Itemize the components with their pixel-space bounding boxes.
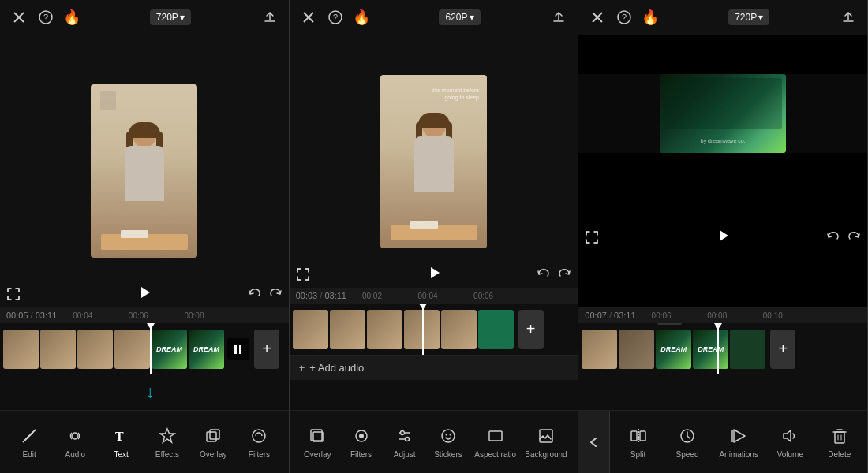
- panel3-clip-timestamp: 03:02: [657, 323, 682, 325]
- panel1-tool-overlay[interactable]: Overlay: [196, 425, 230, 459]
- panel1-thumb-4[interactable]: [114, 330, 150, 369]
- panel1-quality-selector[interactable]: 720P ▾: [150, 9, 191, 25]
- svg-marker-11: [160, 429, 174, 442]
- svg-point-28: [442, 430, 455, 442]
- panel1-thumb-dream-2[interactable]: DREAM: [189, 330, 224, 369]
- panel2-add-audio-bar[interactable]: + + Add audio: [290, 355, 578, 380]
- panel2-ruler: 00:03 / 03:11 00:02 00:04 00:06: [290, 288, 578, 304]
- panel1-expand-button[interactable]: [6, 287, 21, 301]
- panel1-duration: 03:11: [36, 311, 58, 320]
- panel1-timeline: 00:05 / 03:11 00:04 00:06 00:08 DREAM D: [0, 307, 289, 410]
- panel1-tool-text[interactable]: T Text: [104, 425, 139, 459]
- svg-point-30: [449, 434, 451, 436]
- panel3-quality-button[interactable]: 720P ▾: [728, 9, 769, 25]
- panel3-topbar-right: [839, 8, 858, 27]
- svg-rect-6: [239, 345, 241, 354]
- panel2-tool-adjust[interactable]: Adjust: [387, 425, 422, 459]
- panel2-expand-button[interactable]: [296, 267, 310, 281]
- panel2-upload-button[interactable]: [549, 8, 568, 27]
- panel2-thumb-1[interactable]: [293, 310, 328, 349]
- panel3-tool-volume[interactable]: Volume: [773, 425, 807, 459]
- panel3-play-button[interactable]: [714, 227, 731, 244]
- panel2-help-button[interactable]: ?: [326, 8, 345, 27]
- panel3-tool-animations[interactable]: Animations: [719, 425, 758, 459]
- panel1-thumb-1[interactable]: [3, 330, 39, 369]
- panel2-tool-background[interactable]: Background: [525, 425, 567, 459]
- panel2-tool-overlay[interactable]: Overlay: [300, 425, 335, 459]
- panel1-tool-edit[interactable]: Edit: [12, 425, 47, 459]
- panel2-quality-button[interactable]: 620P ▾: [439, 9, 480, 25]
- panel2-add-clip-button[interactable]: +: [518, 310, 544, 349]
- panel1-undo-redo: [248, 287, 282, 301]
- panel1-topbar: ? 🔥 720P ▾: [0, 0, 289, 35]
- panel1-redo-button[interactable]: [268, 287, 282, 301]
- panel3-tool-split[interactable]: Split: [621, 425, 656, 459]
- panel2-thumb-2[interactable]: [330, 310, 365, 349]
- panel2-play-button[interactable]: [425, 264, 443, 281]
- panel1-play-button[interactable]: [136, 284, 153, 301]
- panel3-thumb-5[interactable]: [730, 330, 765, 369]
- panel1-thumb-3[interactable]: [77, 330, 113, 369]
- panel2-close-button[interactable]: [299, 8, 318, 27]
- panel3-quality-arrow: ▾: [758, 12, 763, 23]
- panel2-thumb-3[interactable]: [367, 310, 402, 349]
- panel3-tracks: 03:02 DREAM DREAM +: [578, 323, 867, 374]
- panel1-tool-effects[interactable]: Effects: [150, 425, 185, 459]
- panel3-back-button[interactable]: [578, 411, 610, 474]
- panel1-close-button[interactable]: [9, 8, 28, 27]
- panel3-add-clip-button[interactable]: +: [770, 330, 795, 369]
- panel3-thumb-dream-2[interactable]: DREAM: [693, 330, 728, 369]
- panel3-thumb-2[interactable]: [619, 330, 654, 369]
- panel2-redo-button[interactable]: [557, 267, 571, 281]
- svg-marker-44: [784, 430, 791, 441]
- panel3-upload-button[interactable]: [839, 8, 858, 27]
- panel3-duration: 03:11: [614, 311, 636, 320]
- panel3-redo-button[interactable]: [847, 230, 861, 244]
- panel2-tool-adjust-label: Adjust: [394, 450, 416, 459]
- svg-point-27: [405, 438, 409, 441]
- panel1-topbar-right: [260, 8, 279, 27]
- panel2-quality-selector[interactable]: 620P ▾: [439, 9, 480, 25]
- panel3-bottom-toolbar: Split Speed Animations Volume: [578, 410, 867, 473]
- svg-rect-32: [540, 430, 552, 442]
- panel3-tool-delete[interactable]: Delete: [822, 425, 857, 459]
- panel3-tool-animations-label: Animations: [719, 450, 758, 459]
- panel1-upload-button[interactable]: [260, 8, 279, 27]
- panel3-undo-button[interactable]: [826, 230, 840, 244]
- panel2-thumb-6[interactable]: [478, 310, 514, 349]
- panel3-expand-button[interactable]: [585, 230, 599, 244]
- panel2-thumb-5[interactable]: [441, 310, 477, 349]
- panel1-tool-audio[interactable]: Audio: [58, 425, 92, 459]
- panel1-thumb-dream-1[interactable]: DREAM: [152, 330, 187, 369]
- panel2-tool-filters[interactable]: Filters: [344, 425, 379, 459]
- panel1-tool-filters[interactable]: Filters: [241, 425, 276, 459]
- panel1-pause-overlay[interactable]: [227, 338, 249, 360]
- panel2-timestamp: 00:03 / 03:11: [296, 291, 346, 300]
- panel1-quality-label: 720P: [156, 12, 178, 23]
- panel2-timeline: 00:03 / 03:11 00:02 00:04 00:06 +: [290, 288, 578, 410]
- panel1-help-button[interactable]: ?: [36, 8, 55, 27]
- panel1-undo-button[interactable]: [248, 287, 262, 301]
- panel2-undo-button[interactable]: [537, 267, 551, 281]
- panel2-person-figure: [398, 106, 470, 248]
- panel3-thumb-dream-1[interactable]: DREAM: [656, 330, 691, 369]
- svg-rect-20: [311, 430, 322, 441]
- panel1-current-time: 00:05: [6, 311, 28, 320]
- panel3-dream-preview: DREAM by dreamwave co.: [660, 74, 786, 153]
- panel2-tool-stickers[interactable]: Stickers: [431, 425, 466, 459]
- panel3-undo-redo: [826, 230, 861, 244]
- panel3-close-button[interactable]: [588, 8, 607, 27]
- panel3-thumb-1[interactable]: [582, 330, 617, 369]
- panel3-help-button[interactable]: ?: [615, 8, 634, 27]
- panel2-tracks: +: [290, 304, 578, 355]
- panel3-tool-speed[interactable]: Speed: [670, 425, 705, 459]
- svg-marker-19: [431, 267, 440, 278]
- split-icon: [627, 425, 649, 447]
- svg-text:T: T: [115, 430, 124, 443]
- panel3-quality-selector[interactable]: 720P ▾: [728, 9, 769, 25]
- panel1-quality-button[interactable]: 720P ▾: [150, 9, 191, 25]
- panel2-tool-aspect[interactable]: Aspect ratio: [474, 425, 516, 459]
- panel1-thumb-2[interactable]: [40, 330, 76, 369]
- panel1-add-clip-button[interactable]: +: [254, 330, 279, 369]
- room-element-1: [100, 91, 116, 110]
